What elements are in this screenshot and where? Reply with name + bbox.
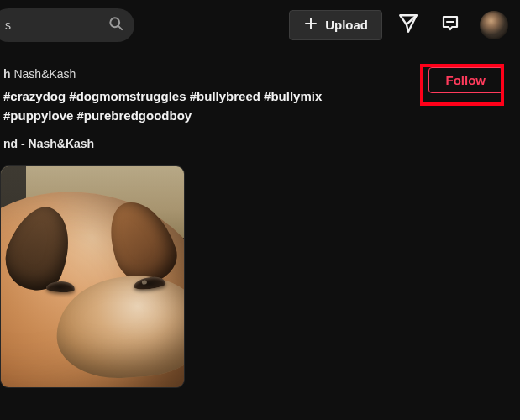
- profile-avatar[interactable]: [480, 11, 508, 39]
- svg-line-1: [118, 26, 122, 29]
- upload-button[interactable]: Upload: [289, 10, 382, 40]
- inbox-icon: [440, 13, 460, 37]
- caption-line-1[interactable]: #crazydog #dogmomstruggles #bullybreed #…: [3, 89, 322, 103]
- plus-icon: [303, 16, 318, 34]
- video-thumbnail[interactable]: [0, 165, 185, 388]
- search-button[interactable]: [97, 8, 134, 42]
- upload-label: Upload: [325, 18, 368, 32]
- follow-button[interactable]: Follow: [428, 67, 504, 93]
- post-header-row: h Nash&Kash #crazydog #dogmomstruggles #…: [0, 66, 520, 150]
- inbox-button[interactable]: [434, 9, 466, 41]
- search-icon: [108, 15, 124, 34]
- caption-line-2[interactable]: #puppylove #purebredgoodboy: [3, 108, 192, 123]
- messages-button[interactable]: [392, 9, 424, 41]
- top-bar: Upload: [0, 0, 520, 50]
- author-username[interactable]: h Nash&Kash: [3, 67, 412, 81]
- sound-label: nd - Nash&Kash: [3, 137, 94, 150]
- video-still-image: [1, 166, 184, 387]
- send-icon: [397, 13, 419, 38]
- sound-link[interactable]: nd - Nash&Kash: [3, 137, 412, 150]
- post-content: h Nash&Kash #crazydog #dogmomstruggles #…: [0, 50, 520, 388]
- search-box: [0, 8, 134, 42]
- post-caption: #crazydog #dogmomstruggles #bullybreed #…: [3, 87, 412, 125]
